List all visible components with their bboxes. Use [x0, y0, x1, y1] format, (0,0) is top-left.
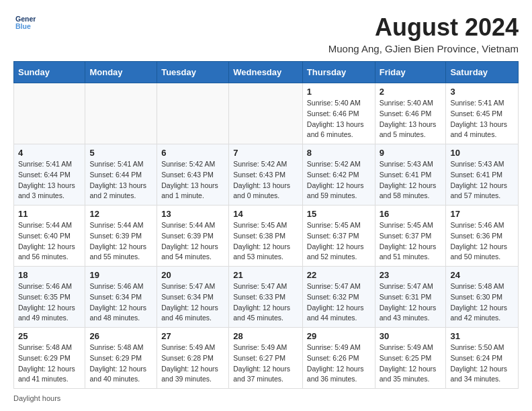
- calendar-cell: 8Sunrise: 5:42 AM Sunset: 6:42 PM Daylig…: [302, 144, 375, 205]
- day-number: 29: [307, 331, 371, 341]
- footer-note: Daylight hours: [13, 394, 519, 402]
- calendar-week-1: 1Sunrise: 5:40 AM Sunset: 6:46 PM Daylig…: [14, 83, 519, 144]
- calendar-cell: 15Sunrise: 5:45 AM Sunset: 6:37 PM Dayli…: [302, 205, 375, 267]
- calendar-cell: [229, 83, 303, 144]
- calendar-cell: 7Sunrise: 5:42 AM Sunset: 6:43 PM Daylig…: [229, 144, 303, 205]
- calendar-cell: 1Sunrise: 5:40 AM Sunset: 6:46 PM Daylig…: [302, 83, 375, 144]
- day-info: Sunrise: 5:43 AM Sunset: 6:41 PM Dayligh…: [450, 159, 514, 201]
- day-info: Sunrise: 5:47 AM Sunset: 6:33 PM Dayligh…: [233, 281, 298, 324]
- page-subtitle: Muong Ang, GJien Bien Province, Vietnam: [328, 43, 519, 54]
- header: General Blue August 2024 Muong Ang, GJie…: [13, 13, 519, 54]
- calendar-cell: 30Sunrise: 5:49 AM Sunset: 6:25 PM Dayli…: [375, 328, 446, 389]
- day-number: 10: [450, 148, 514, 158]
- day-info: Sunrise: 5:47 AM Sunset: 6:34 PM Dayligh…: [161, 281, 224, 324]
- day-number: 31: [450, 331, 514, 341]
- day-number: 18: [18, 270, 81, 280]
- calendar-header-row: SundayMondayTuesdayWednesdayThursdayFrid…: [14, 62, 519, 83]
- calendar-week-5: 25Sunrise: 5:48 AM Sunset: 6:29 PM Dayli…: [14, 328, 519, 389]
- calendar-cell: 12Sunrise: 5:44 AM Sunset: 6:39 PM Dayli…: [85, 205, 157, 267]
- day-number: 28: [233, 331, 298, 341]
- calendar-cell: 26Sunrise: 5:48 AM Sunset: 6:29 PM Dayli…: [85, 328, 157, 389]
- calendar-cell: 25Sunrise: 5:48 AM Sunset: 6:29 PM Dayli…: [14, 328, 85, 389]
- calendar-cell: 14Sunrise: 5:45 AM Sunset: 6:38 PM Dayli…: [229, 205, 303, 267]
- day-info: Sunrise: 5:50 AM Sunset: 6:24 PM Dayligh…: [450, 342, 514, 385]
- calendar-week-4: 18Sunrise: 5:46 AM Sunset: 6:35 PM Dayli…: [14, 267, 519, 328]
- calendar-cell: 19Sunrise: 5:46 AM Sunset: 6:34 PM Dayli…: [85, 267, 157, 328]
- calendar-cell: 17Sunrise: 5:46 AM Sunset: 6:36 PM Dayli…: [446, 205, 519, 267]
- column-header-wednesday: Wednesday: [229, 62, 303, 83]
- calendar-cell: 24Sunrise: 5:48 AM Sunset: 6:30 PM Dayli…: [446, 267, 519, 328]
- calendar-cell: 10Sunrise: 5:43 AM Sunset: 6:41 PM Dayli…: [446, 144, 519, 205]
- day-info: Sunrise: 5:49 AM Sunset: 6:25 PM Dayligh…: [380, 342, 442, 385]
- calendar-cell: 11Sunrise: 5:44 AM Sunset: 6:40 PM Dayli…: [14, 205, 85, 267]
- calendar-cell: 29Sunrise: 5:49 AM Sunset: 6:26 PM Dayli…: [302, 328, 375, 389]
- calendar-cell: [157, 83, 229, 144]
- calendar-cell: 18Sunrise: 5:46 AM Sunset: 6:35 PM Dayli…: [14, 267, 85, 328]
- day-info: Sunrise: 5:46 AM Sunset: 6:34 PM Dayligh…: [89, 281, 152, 324]
- calendar-cell: 22Sunrise: 5:47 AM Sunset: 6:32 PM Dayli…: [302, 267, 375, 328]
- day-number: 2: [380, 87, 442, 97]
- day-number: 23: [380, 270, 442, 280]
- day-number: 12: [89, 209, 152, 219]
- calendar-cell: 9Sunrise: 5:43 AM Sunset: 6:41 PM Daylig…: [375, 144, 446, 205]
- day-info: Sunrise: 5:45 AM Sunset: 6:37 PM Dayligh…: [380, 220, 442, 263]
- day-number: 4: [18, 148, 81, 158]
- day-info: Sunrise: 5:44 AM Sunset: 6:40 PM Dayligh…: [18, 220, 81, 263]
- day-number: 30: [380, 331, 442, 341]
- day-info: Sunrise: 5:45 AM Sunset: 6:37 PM Dayligh…: [307, 220, 371, 263]
- day-info: Sunrise: 5:46 AM Sunset: 6:35 PM Dayligh…: [18, 281, 81, 324]
- logo-icon: General Blue: [15, 13, 36, 34]
- day-number: 9: [380, 148, 442, 158]
- calendar-cell: 4Sunrise: 5:41 AM Sunset: 6:44 PM Daylig…: [14, 144, 85, 205]
- day-info: Sunrise: 5:48 AM Sunset: 6:29 PM Dayligh…: [18, 342, 81, 385]
- day-number: 13: [161, 209, 224, 219]
- day-number: 7: [233, 148, 298, 158]
- day-number: 8: [307, 148, 371, 158]
- day-number: 26: [89, 331, 152, 341]
- day-info: Sunrise: 5:42 AM Sunset: 6:43 PM Dayligh…: [233, 159, 298, 201]
- day-info: Sunrise: 5:49 AM Sunset: 6:28 PM Dayligh…: [161, 342, 224, 385]
- day-number: 19: [89, 270, 152, 280]
- day-info: Sunrise: 5:41 AM Sunset: 6:44 PM Dayligh…: [18, 159, 81, 201]
- day-number: 27: [161, 331, 224, 341]
- calendar-cell: 3Sunrise: 5:41 AM Sunset: 6:45 PM Daylig…: [446, 83, 519, 144]
- day-info: Sunrise: 5:44 AM Sunset: 6:39 PM Dayligh…: [161, 220, 224, 263]
- calendar-cell: 20Sunrise: 5:47 AM Sunset: 6:34 PM Dayli…: [157, 267, 229, 328]
- day-number: 6: [161, 148, 224, 158]
- day-info: Sunrise: 5:48 AM Sunset: 6:29 PM Dayligh…: [89, 342, 152, 385]
- svg-text:Blue: Blue: [15, 22, 31, 30]
- day-info: Sunrise: 5:40 AM Sunset: 6:46 PM Dayligh…: [307, 98, 371, 140]
- column-header-sunday: Sunday: [14, 62, 85, 83]
- day-number: 15: [307, 209, 371, 219]
- day-info: Sunrise: 5:43 AM Sunset: 6:41 PM Dayligh…: [380, 159, 442, 201]
- calendar-table: SundayMondayTuesdayWednesdayThursdayFrid…: [13, 61, 519, 389]
- calendar-cell: 28Sunrise: 5:49 AM Sunset: 6:27 PM Dayli…: [229, 328, 303, 389]
- page-title: August 2024: [328, 13, 519, 42]
- day-info: Sunrise: 5:42 AM Sunset: 6:42 PM Dayligh…: [307, 159, 371, 201]
- calendar-cell: 31Sunrise: 5:50 AM Sunset: 6:24 PM Dayli…: [446, 328, 519, 389]
- day-info: Sunrise: 5:47 AM Sunset: 6:31 PM Dayligh…: [380, 281, 442, 324]
- day-number: 14: [233, 209, 298, 219]
- calendar-body: 1Sunrise: 5:40 AM Sunset: 6:46 PM Daylig…: [14, 83, 519, 389]
- calendar-cell: 13Sunrise: 5:44 AM Sunset: 6:39 PM Dayli…: [157, 205, 229, 267]
- day-info: Sunrise: 5:41 AM Sunset: 6:45 PM Dayligh…: [450, 98, 514, 140]
- day-info: Sunrise: 5:49 AM Sunset: 6:27 PM Dayligh…: [233, 342, 298, 385]
- calendar-week-3: 11Sunrise: 5:44 AM Sunset: 6:40 PM Dayli…: [14, 205, 519, 267]
- day-info: Sunrise: 5:44 AM Sunset: 6:39 PM Dayligh…: [89, 220, 152, 263]
- calendar-cell: 23Sunrise: 5:47 AM Sunset: 6:31 PM Dayli…: [375, 267, 446, 328]
- day-number: 17: [450, 209, 514, 219]
- day-number: 20: [161, 270, 224, 280]
- column-header-thursday: Thursday: [302, 62, 375, 83]
- day-number: 25: [18, 331, 81, 341]
- day-number: 1: [307, 87, 371, 97]
- calendar-cell: 2Sunrise: 5:40 AM Sunset: 6:46 PM Daylig…: [375, 83, 446, 144]
- column-header-friday: Friday: [375, 62, 446, 83]
- day-info: Sunrise: 5:40 AM Sunset: 6:46 PM Dayligh…: [380, 98, 442, 140]
- column-header-monday: Monday: [85, 62, 157, 83]
- day-number: 3: [450, 87, 514, 97]
- logo: General Blue: [13, 13, 36, 36]
- day-number: 16: [380, 209, 442, 219]
- day-info: Sunrise: 5:41 AM Sunset: 6:44 PM Dayligh…: [89, 159, 152, 201]
- day-number: 21: [233, 270, 298, 280]
- calendar-cell: 6Sunrise: 5:42 AM Sunset: 6:43 PM Daylig…: [157, 144, 229, 205]
